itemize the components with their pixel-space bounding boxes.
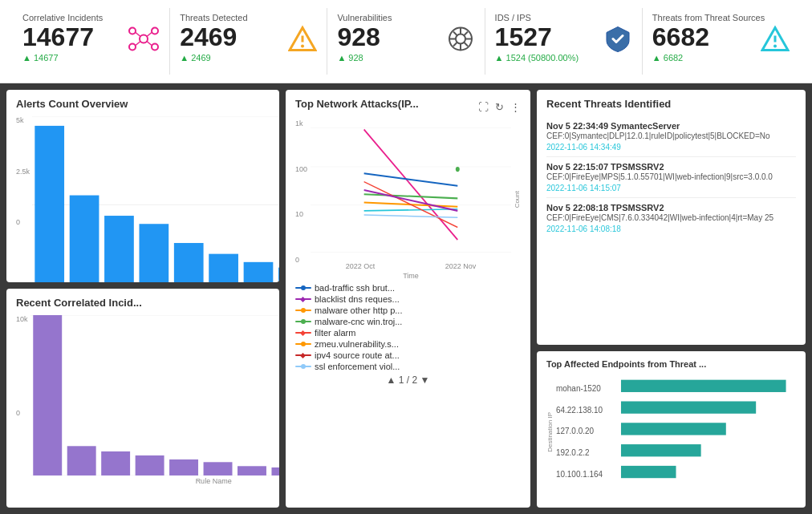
svg-rect-31 [140,224,169,282]
recent-threats-panel: Recent Threats Identified Nov 5 22:34:49… [537,90,806,345]
legend-label-5: zmeu.vulnerability.s... [315,339,399,349]
svg-rect-62 [621,444,701,456]
svg-line-7 [136,41,140,45]
legend-label-6: ipv4 source route at... [315,350,400,360]
network-line-chart [311,119,511,261]
stat-label-sources: Threats from Threat Sources [652,13,790,22]
stat-card-threat-sources: Threats from Threat Sources 6682 6682 [643,8,799,75]
page-info: 1 / 2 [399,374,417,386]
threat-header-0: Nov 5 22:34:49 SymantecServer [546,121,796,131]
svg-rect-34 [244,262,274,282]
network-y-label: Count [514,191,521,208]
prev-page-icon[interactable]: ▲ [387,374,396,386]
svg-rect-64 [621,466,676,478]
correlated-bar-chart [30,315,279,476]
stat-card-ids-ips: IDS / IPS 1527 1524 (50800.00%) [485,8,643,75]
refresh-icon[interactable]: ↻ [495,101,504,113]
legend-item-3: malware-cnc win.troj... [295,317,521,326]
network-title: Top Network Attacks(IP... [295,98,419,110]
svg-text:127.0.0.20: 127.0.0.20 [556,427,594,435]
network-legend: bad-traffic ssh brut... blacklist dns re… [295,283,521,371]
ep-x-100: 100 [693,507,704,508]
legend-item-0: bad-traffic ssh brut... [295,283,521,293]
recent-threats-title: Recent Threats Identified [546,98,796,110]
svg-text:mohan-1520: mohan-1520 [556,384,601,393]
network-chart-area: 1k 100 10 0 [295,119,521,280]
svg-point-11 [301,44,304,47]
svg-line-20 [464,31,468,35]
threat-item-1: Nov 5 22:15:07 TPSMSSRV2 CEF:0|FireEye|M… [546,157,796,198]
legend-item-7: ssl enforcement viol... [295,362,521,371]
top-endpoints-panel: Top Affected Endpoints from Threat ... D… [537,351,806,508]
threat-time-2: 2022-11-06 14:08:18 [546,225,796,233]
legend-item-5: zmeu.vulnerability.s... [295,339,521,349]
svg-point-24 [773,44,777,47]
legend-item-2: malware other http p... [295,306,521,315]
svg-point-2 [152,27,158,34]
svg-point-4 [152,43,158,50]
alerts-title: Alerts Count Overview [16,98,270,110]
svg-rect-58 [621,401,756,413]
svg-rect-56 [621,380,786,392]
endpoints-chart-area: Destination IP mohan-1520 64.22.138.10 [546,374,796,490]
threat-details-0: CEF:0|Symantec|DLP|12.0.1|ruleID|policyt… [546,131,796,141]
legend-label-2: malware other http p... [315,306,402,315]
network-header: Top Network Attacks(IP... ⛶ ↻ ⋮ [295,98,521,116]
net-y-1k: 1k [295,119,307,127]
threat-item-2: Nov 5 22:08:18 TPSMSSRV2 CEF:0|FireEye|C… [546,198,796,238]
legend-item-1: blacklist dns reques... [295,294,521,304]
svg-rect-45 [203,462,232,476]
svg-text:192.0.2.2: 192.0.2.2 [556,448,590,457]
stat-label-threats: Threats Detected [180,13,317,22]
svg-rect-43 [135,455,164,476]
alerts-count-panel: Alerts Count Overview 5k 2.5k 0 [6,90,279,282]
svg-rect-30 [104,216,134,282]
legend-label-0: bad-traffic ssh brut... [315,283,395,293]
svg-rect-42 [101,451,130,476]
svg-text:64.22.138.10: 64.22.138.10 [556,405,603,414]
stat-label-correlative: Correlative Incidents [22,13,160,22]
alerts-y-tick-25k: 2.5k [16,168,30,176]
svg-line-21 [453,42,457,46]
ep-x-1k: 1k [741,507,748,508]
threat-sources-icon [761,24,790,59]
ids-icon [603,24,632,59]
svg-rect-46 [238,466,266,476]
svg-rect-33 [209,254,238,282]
svg-rect-32 [174,243,204,282]
threat-time-0: 2022-11-06 14:34:49 [546,143,796,152]
svg-point-1 [129,27,136,34]
network-x-ticks: 2022 Oct 2022 Nov [311,261,511,272]
legend-label-7: ssl enforcement viol... [315,362,400,371]
expand-icon[interactable]: ⛶ [478,101,489,113]
svg-rect-44 [169,459,198,476]
stat-card-correlative-incidents: Correlative Incidents 14677 14677 [13,8,170,75]
correlated-title: Recent Correlated Incid... [16,297,270,309]
alerts-y-tick-0: 0 [16,218,30,226]
svg-rect-41 [67,446,95,476]
svg-point-54 [456,167,460,172]
ep-x-0: 0 [608,507,611,508]
correlated-y-tick-10k: 10k [16,315,28,323]
next-page-icon[interactable]: ▼ [420,374,430,386]
pagination: ▲ 1 / 2 ▼ [295,374,521,386]
ep-x-10: 10 [649,507,656,508]
endpoints-title: Top Affected Endpoints from Threat ... [546,359,796,369]
svg-text:10.100.1.164: 10.100.1.164 [556,470,603,479]
svg-point-0 [140,34,148,42]
threat-details-1: CEF:0|FireEye|MPS|5.1.0.55701|WI|web-inf… [546,172,796,182]
legend-item-6: ipv4 source route at... [295,350,521,360]
svg-line-5 [136,32,140,36]
svg-line-19 [464,42,468,46]
vulnerabilities-icon [446,24,475,59]
menu-icon[interactable]: ⋮ [510,101,521,113]
stat-label-ids: IDS / IPS [495,13,632,22]
right-column: Recent Threats Identified Nov 5 22:34:49… [537,90,806,508]
net-y-100: 100 [295,165,307,173]
alerts-bar-chart [32,116,279,282]
svg-rect-47 [271,467,279,476]
network-x-label: Time [311,272,511,280]
threats-detected-icon [288,24,317,59]
stat-card-vulnerabilities: Vulnerabilities 928 928 [327,8,485,75]
network-toolbar: ⛶ ↻ ⋮ [478,101,521,113]
